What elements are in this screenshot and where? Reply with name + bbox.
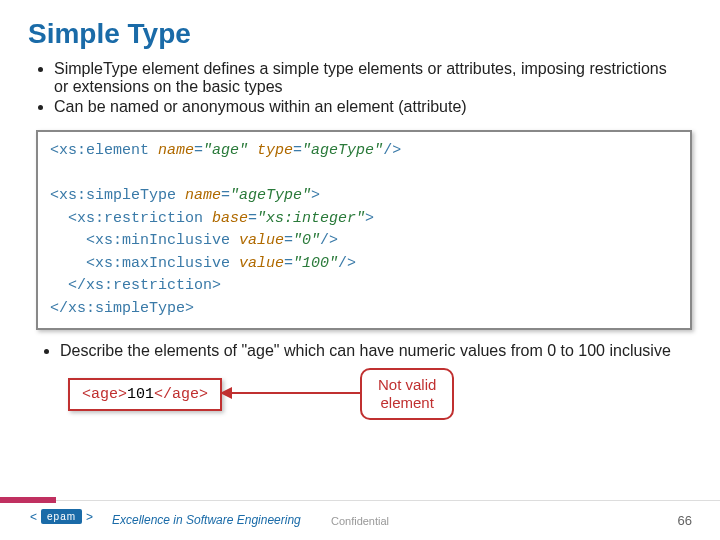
slide-title: Simple Type [0, 0, 720, 60]
description-bullets: Describe the elements of "age" which can… [0, 338, 720, 368]
example-row: <age>101</age> Not valid element [0, 374, 720, 434]
code-line: <xs:maxInclusive value="100"/> [50, 253, 678, 276]
bullet-item: Describe the elements of "age" which can… [60, 342, 680, 360]
arrow-icon [222, 392, 360, 394]
bullet-item: Can be named or anonymous within an elem… [54, 98, 680, 116]
logo: < epam > [30, 509, 93, 524]
bullet-item: SimpleType element defines a simple type… [54, 60, 680, 96]
code-line: <xs:restriction base="xs:integer"> [50, 208, 678, 231]
code-line: </xs:simpleType> [50, 298, 678, 321]
chevron-left-icon: < [30, 510, 37, 524]
code-line: <xs:element name="age" type="ageType"/> [50, 140, 678, 163]
tagline: Excellence in Software Engineering [112, 513, 301, 527]
footer-accent [0, 497, 56, 503]
callout-box: Not valid element [360, 368, 454, 420]
footer: < epam > Excellence in Software Engineer… [0, 500, 720, 540]
logo-badge: epam [41, 509, 82, 524]
chevron-right-icon: > [86, 510, 93, 524]
intro-bullets: SimpleType element defines a simple type… [0, 60, 720, 126]
confidential-label: Confidential [331, 515, 389, 527]
page-number: 66 [678, 513, 692, 528]
code-line: </xs:restriction> [50, 275, 678, 298]
code-line: <xs:simpleType name="ageType"> [50, 185, 678, 208]
code-line: <xs:minInclusive value="0"/> [50, 230, 678, 253]
code-line [50, 163, 678, 186]
example-code: <age>101</age> [68, 378, 222, 411]
code-block: <xs:element name="age" type="ageType"/> … [36, 130, 692, 330]
